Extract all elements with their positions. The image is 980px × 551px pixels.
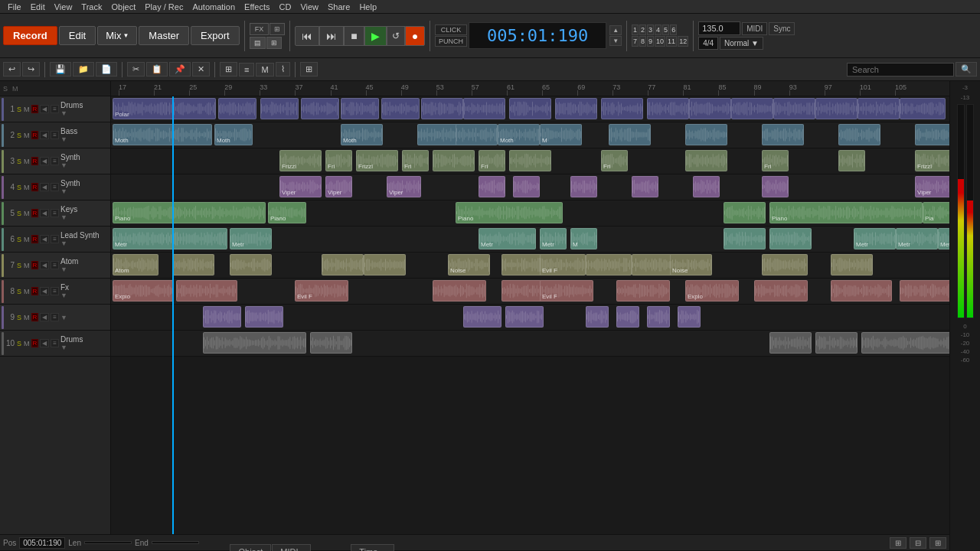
audio-block-9-8[interactable] — [678, 306, 701, 328]
trim-tool[interactable]: ⌇ — [276, 62, 290, 77]
track-lane-1[interactable]: Polar — [111, 96, 949, 122]
audio-block-8-1[interactable]: Explo — [113, 280, 174, 302]
menu-item-automation[interactable]: Automation — [188, 2, 240, 11]
num-5[interactable]: 5 — [662, 24, 669, 35]
track-dropdown-4[interactable]: ▼ — [60, 187, 80, 195]
track-dropdown-10[interactable]: ▼ — [60, 344, 83, 351]
track-collapse-7[interactable]: ◀ — [40, 261, 49, 269]
track-dropdown-3[interactable]: ▼ — [60, 161, 80, 169]
audio-block-1-8[interactable] — [463, 98, 505, 119]
audio-block-5-4[interactable] — [724, 202, 766, 223]
time-down-button[interactable]: ▼ — [609, 36, 622, 46]
audio-block-2-5[interactable] — [456, 124, 498, 145]
tab-midi-editor[interactable]: MIDI Editor — [272, 544, 311, 551]
edit-button[interactable]: Edit — [59, 26, 96, 45]
record-arm-btn-3[interactable]: R — [31, 157, 39, 165]
audio-block-3-12[interactable]: Frizzl — [915, 150, 949, 171]
audio-block-7-8[interactable]: Evil F — [540, 254, 586, 276]
audio-block-8-6[interactable]: Evil F — [540, 280, 593, 302]
num-9[interactable]: 9 — [647, 36, 654, 47]
solo-btn-6[interactable]: S — [16, 236, 22, 243]
track-lane-6[interactable]: MetrMetrMetrMetrMMetrMetrMetrMetr — [111, 227, 949, 253]
audio-block-9-1[interactable] — [203, 306, 241, 328]
mute-btn-9[interactable]: M — [23, 314, 31, 321]
track-dropdown-1[interactable]: ▼ — [60, 109, 83, 117]
record-arm-btn-1[interactable]: R — [31, 105, 39, 113]
solo-btn-2[interactable]: S — [16, 132, 22, 139]
num-7[interactable]: 7 — [632, 36, 639, 47]
track-name-area-3[interactable]: Synth▼ — [60, 153, 80, 169]
audio-block-1-17[interactable] — [858, 98, 900, 119]
solo-btn-10[interactable]: S — [16, 340, 22, 347]
audio-block-1-12[interactable] — [647, 98, 689, 119]
audio-block-1-13[interactable] — [689, 98, 731, 119]
audio-block-2-9[interactable] — [685, 124, 727, 145]
track-dropdown-2[interactable]: ▼ — [60, 135, 77, 143]
audio-block-6-9[interactable]: Metr — [896, 228, 938, 249]
num-2[interactable]: 2 — [639, 24, 646, 35]
audio-block-2-12[interactable] — [915, 124, 949, 145]
track-name-area-2[interactable]: Bass▼ — [60, 127, 77, 143]
audio-block-1-3[interactable] — [260, 98, 299, 119]
audio-block-8-9[interactable] — [754, 280, 808, 302]
audio-block-2-11[interactable] — [838, 124, 880, 145]
save-button[interactable]: 💾 — [50, 62, 71, 77]
solo-btn-7[interactable]: S — [16, 262, 22, 269]
audio-block-6-10[interactable]: Metr — [938, 228, 949, 249]
track-name-area-5[interactable]: Keys▼ — [60, 205, 77, 221]
audio-block-1-1[interactable]: Polar — [113, 98, 216, 119]
audio-block-1-18[interactable] — [900, 98, 946, 119]
mute-btn-5[interactable]: M — [23, 210, 31, 217]
mute-btn-7[interactable]: M — [23, 262, 31, 269]
audio-block-7-10[interactable] — [632, 254, 674, 276]
normal-dropdown[interactable]: Normal ▼ — [720, 37, 763, 50]
timeline-ruler[interactable]: 1721252933374145495357616569737781858993… — [111, 81, 949, 96]
audio-block-5-5[interactable]: Piano — [769, 202, 923, 223]
audio-block-5-3[interactable]: Piano — [456, 202, 563, 223]
audio-block-3-7[interactable] — [509, 150, 551, 171]
track-collapse-3[interactable]: ◀ — [40, 157, 49, 165]
num-11[interactable]: 11 — [666, 36, 677, 47]
track-dropdown-7[interactable]: ▼ — [60, 266, 78, 273]
fx-button[interactable]: FX — [250, 23, 270, 35]
track-name-area-4[interactable]: Synth▼ — [60, 179, 80, 195]
track-name-area-6[interactable]: Lead Synth▼ — [60, 231, 100, 247]
track-lane-8[interactable]: ExploEvil FEvil FExploExplo — [111, 279, 949, 305]
audio-block-2-2[interactable]: Moth — [214, 124, 253, 145]
cut-tool[interactable]: ✂ — [127, 62, 145, 77]
audio-block-9-3[interactable] — [463, 306, 501, 328]
menu-item-help[interactable]: Help — [354, 2, 381, 11]
audio-block-4-1[interactable]: Viper — [279, 176, 322, 197]
track-lane-4[interactable]: ViperViperViperViperViper — [111, 174, 949, 201]
tab-object-editor[interactable]: Object Editor — [230, 544, 271, 551]
audio-block-4-10[interactable]: Viper — [915, 176, 949, 197]
record-arm-btn-2[interactable]: R — [31, 131, 39, 139]
audio-block-6-3[interactable]: Metr — [479, 228, 536, 249]
num-1[interactable]: 1 — [632, 24, 639, 35]
audio-block-7-11[interactable]: Noise — [670, 254, 712, 276]
audio-block-10-1[interactable] — [203, 332, 306, 354]
solo-btn-5[interactable]: S — [16, 210, 22, 217]
new-button[interactable]: 📄 — [96, 62, 117, 77]
num-10[interactable]: 10 — [655, 36, 665, 47]
audio-block-2-4[interactable] — [417, 124, 459, 145]
track-menu-5[interactable]: ≡ — [51, 209, 59, 217]
sync-button[interactable]: Sync — [769, 22, 795, 35]
track-lane-7[interactable]: AtomNoiseEvil FNoise — [111, 253, 949, 279]
record-arm-btn-5[interactable]: R — [31, 209, 39, 217]
audio-block-4-4[interactable] — [479, 176, 505, 197]
track-dropdown-6[interactable]: ▼ — [60, 240, 100, 247]
mute-btn-10[interactable]: M — [23, 340, 31, 347]
io-button[interactable]: ⊞ — [270, 23, 285, 35]
audio-block-3-2[interactable]: Fri — [325, 150, 352, 171]
audio-block-7-9[interactable] — [586, 254, 632, 276]
tab-time-display[interactable]: Time display — [351, 544, 394, 551]
track-name-area-8[interactable]: Fx▼ — [60, 283, 69, 299]
search-button[interactable]: 🔍 — [956, 62, 977, 77]
export-button[interactable]: Export — [191, 26, 240, 45]
mute-btn-3[interactable]: M — [23, 158, 31, 165]
track-collapse-10[interactable]: ◀ — [40, 339, 49, 347]
menu-item-share[interactable]: Share — [323, 2, 354, 11]
track-collapse-5[interactable]: ◀ — [40, 209, 49, 217]
audio-block-8-11[interactable] — [900, 280, 949, 302]
